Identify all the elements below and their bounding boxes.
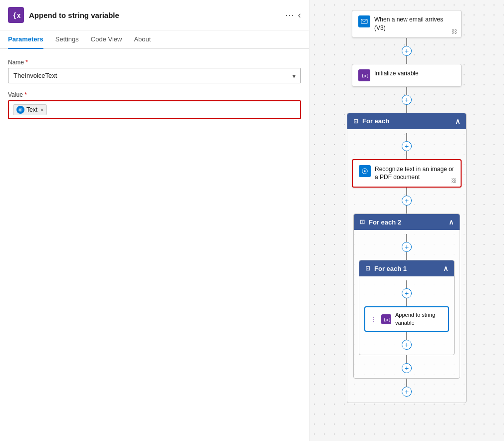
connector-7: + (402, 332, 412, 350)
svg-text:{x}: {x} (361, 73, 368, 78)
connector-line-1b (406, 56, 407, 64)
init-variable-icon: {x} (358, 69, 370, 81)
append-string-label: Append to string variable (395, 311, 443, 327)
foreach-collapse-button[interactable]: ∧ (455, 117, 460, 125)
collapse-panel-icon[interactable]: ‹ (298, 10, 301, 20)
token-close-button[interactable]: × (40, 107, 43, 113)
connector-5: + (402, 234, 412, 260)
token-label: Text (26, 106, 37, 113)
connector-3: + (402, 133, 412, 159)
foreach2-label: For each 2 (369, 219, 401, 226)
add-step-button-7[interactable]: + (402, 340, 412, 350)
text-token: ⊕ Text × (13, 104, 47, 115)
connector-line-5b (406, 252, 407, 260)
foreach2-loop-icon: ⊡ (360, 219, 365, 225)
add-step-button-1[interactable]: + (402, 46, 412, 56)
svg-text:{x}: {x} (12, 11, 20, 19)
name-field-group: Name * TheInvoiceText ▾ (8, 59, 301, 83)
tabs: Parameters Settings Code View About (0, 30, 309, 49)
name-select-wrapper: TheInvoiceText ▾ (8, 68, 301, 83)
value-field-container[interactable]: ⊕ Text × (8, 100, 301, 119)
vertical-dots-icon: ⋮ (370, 316, 376, 323)
recognize-text-icon (359, 165, 371, 177)
add-step-button-6[interactable]: + (402, 288, 412, 298)
recognize-text-label: Recognize text in an image or a PDF docu… (375, 165, 455, 182)
connector-line-6 (406, 280, 407, 288)
connector-line-2 (406, 87, 407, 95)
connector-line-5 (406, 234, 407, 242)
foreach2-header[interactable]: ⊡ For each 2 ∧ (354, 214, 460, 230)
foreach1-label: For each 1 (374, 265, 407, 272)
connector-9: + (402, 379, 412, 397)
add-step-button-4[interactable]: + (402, 196, 412, 206)
connector-4: + (402, 188, 412, 214)
more-options-icon[interactable]: ⋯ (285, 9, 294, 20)
value-label: Value * (8, 91, 301, 98)
connector-line-9 (406, 379, 407, 387)
foreach2-body: + ⊡ For each 1 ∧ (359, 230, 455, 373)
connector-8: + (402, 355, 412, 373)
foreach1-header[interactable]: ⊡ For each 1 ∧ (359, 260, 454, 276)
connector-2: + (402, 87, 412, 113)
email-trigger-label: When a new email arrives (V3) (374, 15, 455, 32)
email-trigger-icon (358, 15, 370, 27)
left-panel: {x} Append to string variable ⋯ ‹ Parame… (0, 0, 309, 441)
connector-line-3b (406, 151, 407, 159)
svg-text:⊕: ⊕ (18, 108, 21, 112)
connector-line-6b (406, 298, 407, 306)
connector-line-3 (406, 133, 407, 141)
connector-line-8 (406, 355, 407, 363)
connector-line-4 (406, 188, 407, 196)
recognize-text-link-icon: ⛓ (451, 178, 457, 184)
recognize-text-node[interactable]: Recognize text in an image or a PDF docu… (352, 159, 462, 188)
panel-header: {x} Append to string variable ⋯ ‹ (0, 0, 309, 30)
connector-line-1 (406, 38, 407, 46)
connector-line-4b (406, 206, 407, 214)
foreach1-body: + ⋮ {x} Append to string variable (364, 276, 449, 350)
connector-line-7 (406, 332, 407, 340)
add-step-button-3[interactable]: + (402, 141, 412, 151)
foreach-loop-icon: ⊡ (353, 118, 358, 125)
add-step-button-2[interactable]: + (402, 95, 412, 105)
name-required: * (25, 59, 28, 66)
email-trigger-link-icon: ⛓ (452, 28, 457, 34)
init-variable-label: Initialize variable (374, 69, 419, 78)
right-panel: When a new email arrives (V3) ⛓ + {x} In… (309, 0, 504, 441)
foreach1-collapse-button[interactable]: ∧ (443, 264, 448, 272)
action-icon: {x} (8, 7, 24, 23)
panel-header-actions: ⋯ ‹ (285, 9, 301, 20)
add-step-button-5[interactable]: + (402, 242, 412, 252)
append-string-node[interactable]: ⋮ {x} Append to string variable (364, 306, 449, 332)
value-required: * (24, 91, 27, 98)
foreach-label: For each (362, 117, 389, 125)
foreach1-loop-icon: ⊡ (365, 265, 370, 272)
foreach1-container: ⊡ For each 1 ∧ + (359, 260, 455, 355)
tab-settings[interactable]: Settings (55, 30, 79, 49)
panel-body: Name * TheInvoiceText ▾ Value * ⊕ (0, 49, 309, 129)
add-step-button-8[interactable]: + (402, 363, 412, 373)
foreach2-collapse-button[interactable]: ∧ (449, 218, 454, 226)
connector-line-2b (406, 105, 407, 113)
foreach-body: + Recognize text in an image or a PDF do… (353, 129, 460, 397)
append-string-icon: {x} (381, 314, 391, 324)
email-trigger-node[interactable]: When a new email arrives (V3) ⛓ (352, 10, 462, 38)
foreach-container: ⊡ For each ∧ + Recognize text in an imag… (347, 113, 467, 403)
tab-parameters[interactable]: Parameters (8, 30, 43, 49)
tab-code-view[interactable]: Code View (91, 30, 122, 49)
panel-title: Append to string variable (29, 11, 280, 19)
svg-point-6 (364, 170, 366, 172)
svg-text:{x}: {x} (383, 317, 390, 322)
name-label: Name * (8, 59, 301, 66)
flow-container: When a new email arrives (V3) ⛓ + {x} In… (342, 10, 472, 403)
foreach-header[interactable]: ⊡ For each ∧ (347, 113, 466, 129)
tab-about[interactable]: About (134, 30, 151, 49)
value-field-group: Value * ⊕ Text × (8, 91, 301, 119)
token-icon: ⊕ (16, 106, 24, 114)
add-step-button-9[interactable]: + (402, 387, 412, 397)
connector-1: + (402, 38, 412, 64)
name-select[interactable]: TheInvoiceText (8, 68, 301, 83)
init-variable-node[interactable]: {x} Initialize variable (352, 64, 462, 87)
connector-6: + (402, 280, 412, 306)
foreach2-container: ⊡ For each 2 ∧ + (353, 214, 460, 379)
